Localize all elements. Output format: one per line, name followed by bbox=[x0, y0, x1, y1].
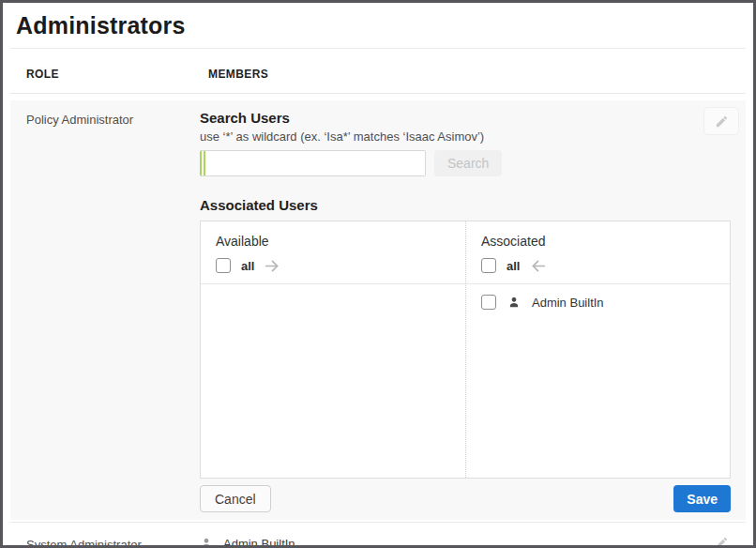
column-header-role: ROLE bbox=[26, 68, 200, 81]
pencil-icon bbox=[715, 536, 729, 548]
associated-user-list: Admin BuiltIn bbox=[466, 284, 730, 478]
list-item-admin-builtin[interactable]: Admin BuiltIn bbox=[466, 284, 730, 320]
associated-user-name: Admin BuiltIn bbox=[532, 296, 604, 310]
available-all-label: all bbox=[241, 259, 254, 273]
available-all-checkbox[interactable] bbox=[216, 258, 231, 273]
role-label: System Administrator bbox=[26, 535, 200, 548]
search-row: Search bbox=[200, 150, 731, 176]
person-icon bbox=[507, 296, 521, 309]
available-user-list bbox=[201, 284, 465, 478]
edit-role-button[interactable] bbox=[703, 528, 739, 548]
pencil-icon bbox=[715, 114, 729, 129]
associated-user-checkbox[interactable] bbox=[481, 295, 496, 310]
administrators-window: Administrators ROLE MEMBERS Policy Admin… bbox=[0, 0, 756, 548]
page-title: Administrators bbox=[10, 8, 746, 49]
search-users-heading: Search Users bbox=[200, 110, 731, 126]
table-header: ROLE MEMBERS bbox=[10, 49, 746, 94]
associated-column-title: Associated bbox=[466, 221, 730, 253]
associated-all-row: all bbox=[466, 253, 730, 284]
column-header-members: MEMBERS bbox=[208, 68, 268, 81]
save-button[interactable]: Save bbox=[673, 485, 731, 512]
user-transfer-box: Available all Associated bbox=[200, 221, 731, 479]
cancel-button[interactable]: Cancel bbox=[200, 485, 271, 512]
available-all-row: all bbox=[201, 253, 465, 284]
arrow-right-icon[interactable] bbox=[265, 259, 280, 273]
edit-role-button[interactable] bbox=[703, 107, 739, 135]
wildcard-hint: use ‘*’ as wildcard (ex. ‘Isa*’ matches … bbox=[200, 129, 731, 144]
table-row-policy-administrator: Policy Administrator Search Users use ‘*… bbox=[10, 100, 746, 520]
search-button[interactable]: Search bbox=[434, 150, 502, 176]
member-name: Admin BuiltIn bbox=[223, 537, 295, 548]
associated-all-checkbox[interactable] bbox=[481, 258, 496, 273]
arrow-left-icon[interactable] bbox=[530, 259, 546, 273]
editor-actions: Cancel Save bbox=[200, 485, 731, 512]
person-icon bbox=[200, 537, 213, 548]
available-column-title: Available bbox=[201, 221, 465, 253]
associated-users-heading: Associated Users bbox=[200, 197, 731, 213]
role-editor-panel: Search Users use ‘*’ as wildcard (ex. ‘I… bbox=[200, 110, 731, 512]
search-users-input[interactable] bbox=[200, 150, 426, 176]
available-users-column: Available all bbox=[201, 221, 465, 478]
associated-all-label: all bbox=[507, 259, 520, 273]
role-label: Policy Administrator bbox=[26, 110, 200, 512]
associated-users-column: Associated all bbox=[465, 221, 730, 478]
table-row-system-administrator[interactable]: System Administrator Admin BuiltIn bbox=[10, 522, 746, 548]
member-cell: Admin BuiltIn bbox=[200, 537, 295, 548]
